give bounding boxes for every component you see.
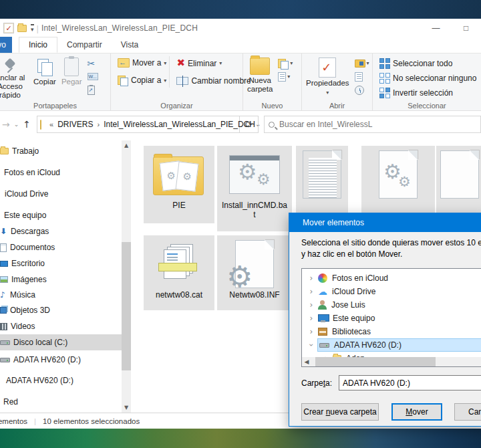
address-folder-icon	[40, 120, 41, 130]
tree-item-jose-luis[interactable]: › Jose Luis	[302, 298, 365, 312]
easy-access-button[interactable]: ▾	[277, 58, 294, 69]
hscrollbar-thumb[interactable]	[315, 357, 436, 366]
tree-item-bibliotecas[interactable]: › Bibliotecas	[302, 325, 371, 338]
copy-button[interactable]: Copiar	[31, 56, 59, 101]
copy-icon	[36, 58, 53, 76]
breadcrumb-segment-drivers[interactable]: DRIVERS	[57, 120, 93, 129]
sidebar-item-descargas[interactable]: ⬇Descargas	[0, 223, 122, 239]
file-item-partial-3[interactable]	[436, 146, 481, 213]
minimize-button[interactable]: —	[421, 19, 451, 37]
edit-button[interactable]	[353, 71, 371, 82]
sidebar-item-icloud-drive[interactable]: iCloud Drive	[0, 186, 122, 202]
pictures-icon	[0, 276, 8, 283]
properties-button[interactable]: Propiedades▾	[303, 56, 352, 101]
sidebar-item-disco-local-c[interactable]: Disco local (C:)	[0, 334, 122, 350]
cancel-button[interactable]: Cancelar	[454, 403, 481, 421]
paste-shortcut-button[interactable]	[86, 84, 100, 96]
recent-locations-chevron[interactable]: ⌄	[14, 122, 19, 128]
up-button[interactable]: ↑	[23, 120, 31, 129]
breadcrumb-segment-current[interactable]: Intel_WirelessLan_WirelessLan_PIE_DCH	[104, 120, 255, 129]
sidebar-item-adata-hv620-root[interactable]: ADATA HV620 (D:)	[0, 372, 122, 388]
sidebar-item-este-equipo[interactable]: Este equipo	[0, 207, 122, 223]
tree-item-fotos-en-icloud[interactable]: › Fotos en iCloud	[302, 271, 388, 285]
sidebar-item-trabajo[interactable]: Trabajo	[0, 143, 122, 159]
chevron-right-icon[interactable]: ›	[307, 288, 315, 296]
refresh-button[interactable]: ⟳	[240, 116, 259, 133]
file-item-netwtw08-cat[interactable]: netwtw08.cat	[144, 235, 214, 310]
ribbon: Anclar alAcceso rápido Copiar Pegar ✂ W.…	[0, 53, 481, 111]
sidebar-scrollbar[interactable]: ▲ ▼	[122, 140, 131, 413]
file-item-pie[interactable]: ⚙ ⚙ PIE	[144, 146, 214, 223]
sidebar-item-escritorio[interactable]: Escritorio	[0, 255, 122, 271]
select-none-icon	[379, 73, 390, 84]
dialog-title-bar[interactable]: Mover elementos	[289, 213, 481, 232]
tab-archivo[interactable]: Archivo	[0, 37, 12, 53]
breadcrumb-separator: ›	[97, 120, 100, 128]
maximize-button[interactable]: □	[451, 19, 481, 37]
search-box[interactable]	[264, 116, 481, 133]
scroll-up-arrow[interactable]: ▲	[122, 140, 131, 150]
search-input[interactable]	[279, 120, 476, 129]
invert-selection-button[interactable]: Invertir selección	[377, 86, 480, 100]
tree-item-adata-hv620[interactable]: › ADATA HV620 (D:)	[302, 338, 481, 352]
copy-path-button[interactable]: W...	[86, 71, 100, 82]
sidebar-item-red[interactable]: Red	[0, 394, 122, 410]
select-all-button[interactable]: Seleccionar todo	[377, 56, 480, 71]
paste-icon	[64, 58, 79, 76]
new-folder-quick-icon[interactable]	[17, 25, 27, 32]
scroll-down-arrow[interactable]: ▼	[122, 403, 131, 413]
chevron-right-icon[interactable]: ›	[307, 314, 315, 322]
sidebar-item-documentos[interactable]: Documentos	[0, 239, 122, 255]
customize-toolbar-icon[interactable]: ▾	[31, 24, 34, 33]
tree-horizontal-scrollbar[interactable]: ◀ ▶	[302, 357, 481, 366]
sidebar-item-fotos-en-icloud[interactable]: Fotos en iCloud	[0, 164, 122, 181]
chevron-right-icon[interactable]: ›	[307, 301, 315, 309]
sidebar-item-musica[interactable]: ♪Música	[0, 287, 122, 303]
tab-compartir[interactable]: Compartir	[57, 37, 112, 53]
file-item-partial-2[interactable]: ⚙⚙	[361, 146, 435, 213]
rename-button[interactable]: Cambiar nombre	[174, 74, 253, 88]
scrollbar-thumb[interactable]	[122, 242, 131, 370]
cut-button[interactable]: ✂	[86, 58, 100, 69]
tree-item-este-equipo[interactable]: › Este equipo	[302, 312, 375, 325]
rename-icon	[176, 77, 188, 85]
music-icon: ♪	[0, 291, 7, 299]
sidebar-item-imagenes[interactable]: Imágenes	[0, 271, 122, 288]
select-none-button[interactable]: No seleccionar ninguno	[377, 71, 480, 86]
copy-to-button[interactable]: Copiar a▾	[115, 74, 169, 87]
folder-field-input[interactable]	[339, 375, 481, 390]
delete-button[interactable]: ✖ Eliminar▾	[174, 56, 253, 70]
edit-icon	[355, 72, 363, 82]
chevron-right-icon[interactable]: ›	[307, 328, 315, 336]
chevron-down-icon[interactable]: ›	[307, 341, 315, 349]
desktop-icon	[0, 261, 8, 267]
tab-inicio[interactable]: Inicio	[19, 37, 57, 53]
open-button[interactable]: ▾	[353, 58, 371, 69]
move-button[interactable]: Mover	[391, 403, 442, 421]
file-item-partial-1[interactable]	[296, 146, 348, 213]
ribbon-group-clipboard: Anclar alAcceso rápido Copiar Pegar ✂ W.…	[0, 53, 111, 110]
new-folder-button[interactable]: Nuevacarpeta	[245, 56, 275, 101]
sidebar-item-videos[interactable]: Videos	[0, 318, 122, 334]
breadcrumb-overflow[interactable]: «	[49, 120, 53, 128]
ribbon-group-open: Propiedades▾ ▾ Abrir	[302, 53, 373, 110]
file-item-install-inncmd-bat[interactable]: ⚙⚙ Install_innCMD.bat	[217, 146, 292, 231]
address-bar[interactable]: « DRIVERS › Intel_WirelessLan_WirelessLa…	[37, 116, 240, 133]
sidebar-item-objetos-3d[interactable]: Objetos 3D	[0, 302, 122, 318]
tree-item-icloud-drive[interactable]: › ☁ iCloud Drive	[302, 285, 375, 298]
sidebar-item-adata-hv620-child[interactable]: ADATA HV620 (D:)	[0, 352, 122, 368]
file-item-netwtw08-inf[interactable]: ⚙ Netwtw08.INF	[217, 235, 292, 310]
move-to-button[interactable]: Mover a▾	[115, 56, 169, 70]
folder-with-files-icon: ⚙ ⚙	[152, 152, 206, 197]
chevron-right-icon[interactable]: ›	[307, 274, 315, 282]
scroll-left-arrow[interactable]: ◀	[302, 359, 311, 365]
history-button[interactable]	[353, 84, 371, 96]
create-new-folder-button[interactable]: Crear nueva carpeta	[301, 403, 379, 421]
pin-to-quick-access-button[interactable]: Anclar alAcceso rápido	[0, 56, 31, 101]
tab-vista[interactable]: Vista	[112, 37, 148, 53]
new-item-button[interactable]: ▾	[277, 71, 294, 82]
paste-button[interactable]: Pegar	[59, 56, 85, 101]
text-document-icon	[303, 150, 341, 199]
properties-quick-icon[interactable]: ✓	[4, 23, 13, 33]
forward-button[interactable]: →	[2, 120, 10, 129]
